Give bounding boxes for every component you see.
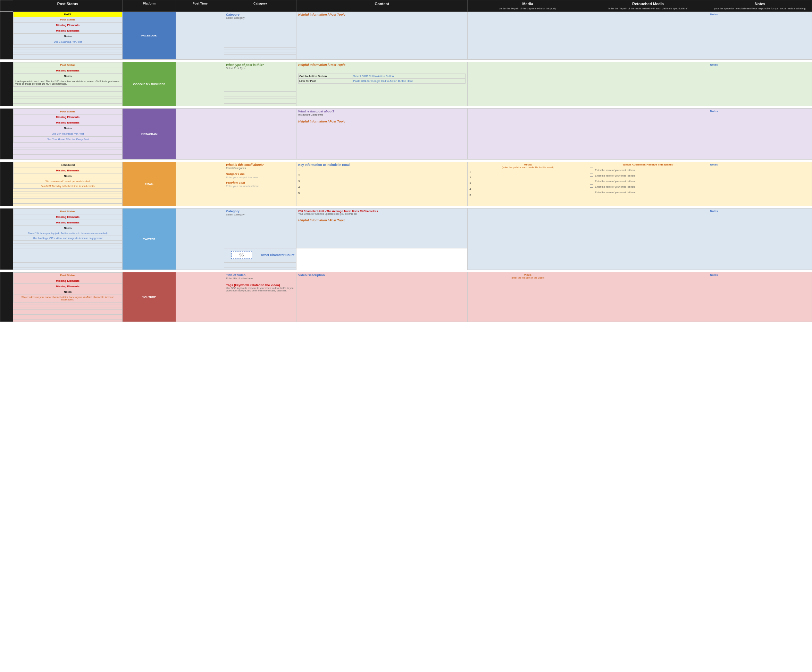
email-checkbox1[interactable] [590,168,593,171]
tw-cat-lower [13,248,123,260]
email-aud2: Enter the name of your email list here [590,173,706,177]
yt-missing1[interactable]: Missing Elements [14,278,122,284]
fb-category-label: Category [226,13,294,16]
fb-select-category[interactable]: Select Category [226,16,294,19]
email-content-cell: Key Information to Include in Email 1 2 … [297,162,467,206]
tw-char-count-box[interactable]: 55 [231,251,252,259]
yt-title-ph[interactable]: Enter title of video here [226,277,294,280]
fb-post-status[interactable]: Post Status [14,17,122,22]
tw-helpful[interactable]: Helpful Information / Post Topic [298,219,466,222]
tw-notes-cell[interactable]: Notes [708,209,812,270]
header-category: Category [224,0,297,12]
email-aud1-text[interactable]: Enter the name of your email list here [595,169,635,172]
ig-media-cell[interactable] [467,109,588,160]
fb-category-cell: Category Select Category [224,12,297,48]
header-platform: Platform [122,0,176,12]
tw-select-category[interactable]: Select Category [226,213,294,216]
tw-content-cell: 280 Character Limit - The Average Tweet … [297,209,467,248]
fb-post-time[interactable] [176,12,224,60]
ig-retouched-cell[interactable] [588,109,708,160]
tw-post-time[interactable] [176,209,224,270]
header-media-sub: (enter the file path of the original med… [500,7,556,10]
fb-missing1[interactable]: Missing Elements [14,22,122,28]
ig-missing2[interactable]: Missing Elements [14,120,122,126]
email-checkbox4[interactable] [590,184,593,188]
yt-retouched-cell[interactable] [588,272,708,322]
yt-share-note: Share videos on your social channels & l… [14,295,122,302]
header-media-label: Media [522,2,533,6]
email-notes-link[interactable]: Notes [710,163,810,166]
email-aud1: Enter the name of your email list here [590,168,706,172]
yt-notes-link[interactable]: Notes [710,273,810,277]
ig-post-time[interactable] [176,109,224,160]
email-aud3-text[interactable]: Enter the name of your email list here [595,180,635,182]
ig-notes-link[interactable]: Notes [710,110,810,113]
email-category-cell: What is this email about? Email Categori… [224,162,297,206]
gmb-content-cell: Helpful Information / Post Topic Call to… [297,62,467,106]
header-row: Post Status Platform Post Time Category … [0,0,812,12]
gmb-retouched-cell[interactable] [588,62,708,106]
fb-helpful-info[interactable]: Helpful Information / Post Topic [298,13,466,16]
gmb-post-time[interactable] [176,62,224,106]
tw-media-cell[interactable] [467,209,588,270]
email-aud5-text[interactable]: Enter the name of your email list here [595,191,635,194]
tw-notes-link[interactable]: Notes [710,209,810,213]
email-missing1[interactable]: Missing Elements [14,168,122,174]
header-post-time: Post Time [176,0,224,12]
email-checkbox3[interactable] [590,179,593,182]
tw-missing1[interactable]: Missing Elements [14,214,122,220]
email-tip2: 9am MST Tuesday is the best time to send… [14,184,122,189]
tw-missing2[interactable]: Missing Elements [14,220,122,226]
email-audiences-cell: Which Audiences Receive This Email? Ente… [588,162,708,206]
tw-retouched-cell[interactable] [588,209,708,270]
yt-post-time[interactable] [176,272,224,322]
email-post-time[interactable] [176,162,224,206]
yt-notes-cell[interactable]: Notes [708,272,812,322]
gmb-helpful-info[interactable]: Helpful Information / Post Topic [298,63,466,66]
fb-media-cell[interactable] [467,12,588,60]
yt-post-status[interactable]: Post Status [14,273,122,278]
tw-post-status[interactable]: Post Status [14,209,122,214]
gmb-media-cell[interactable] [467,62,588,106]
email-aud4-text[interactable]: Enter the name of your email list here [595,185,635,188]
email-checkbox5[interactable] [590,190,593,193]
ig-hashtag-note1: Use 10+ Hashtags Per Post [14,131,122,137]
email-subject-ph[interactable]: Enter your subject line here [226,176,294,179]
gmb-cta-val[interactable]: Select GMB Call to Action Button [352,74,466,79]
yt-missing2[interactable]: Missing Elements [14,284,122,289]
header-retouched-sub: (enter the file path of the media resize… [608,7,688,10]
fb-notes-cell[interactable]: Notes [708,12,812,60]
yt-platform: YOUTUBE [122,272,176,322]
header-notes-sub: (use this space for notes between those … [715,7,806,10]
email-preview-ph[interactable]: Enter your preview text here [226,185,294,188]
ig-category-cell [224,109,297,160]
gmb-post-status[interactable]: Post Status [14,63,122,68]
email-m3: 3 [469,182,586,185]
email-what-label: What is this email about? [226,163,294,167]
gmb-select-type[interactable]: Select Post Type [226,66,294,70]
ig-notes-cell[interactable]: Notes [708,109,812,160]
email-scheduled: Scheduled [14,162,122,168]
email-checkbox2[interactable] [590,173,593,177]
email-notes-label: Notes [14,174,122,179]
yt-content-cell: Video Description [297,272,467,322]
gmb-row: Post Status Missing Elements Notes Use k… [0,62,812,87]
ig-post-status[interactable]: Post Status [14,109,122,114]
email-num1: 1 [298,168,466,171]
gmb-missing1[interactable]: Missing Elements [14,68,122,73]
fb-retouched-cell[interactable] [588,12,708,60]
email-aud2-text[interactable]: Enter the name of your email list here [595,175,635,177]
gmb-notes-link[interactable]: Notes [710,63,810,66]
gmb-link-val[interactable]: Paste URL for Google Call to Action Butt… [352,79,466,83]
ig-missing1[interactable]: Missing Elements [14,114,122,120]
facebook-row: DATE Post Status Missing Elements [0,12,812,45]
gmb-notes-cell[interactable]: Notes [708,62,812,106]
email-notes-cell[interactable]: Notes [708,162,812,206]
main-table: Post Status Platform Post Time Category … [0,0,812,322]
ig-helpful[interactable]: Helpful Information / Post Topic [298,120,466,123]
tw-tip2: Use hashtags, GIFs, video, and images to… [14,236,122,241]
fb-notes-link[interactable]: Notes [710,13,810,16]
fb-missing2[interactable]: Missing Elements [14,28,122,34]
tw-platform: TWITTER [122,209,176,270]
youtube-row: Post Status Missing Elements Missing Ele… [0,272,812,303]
